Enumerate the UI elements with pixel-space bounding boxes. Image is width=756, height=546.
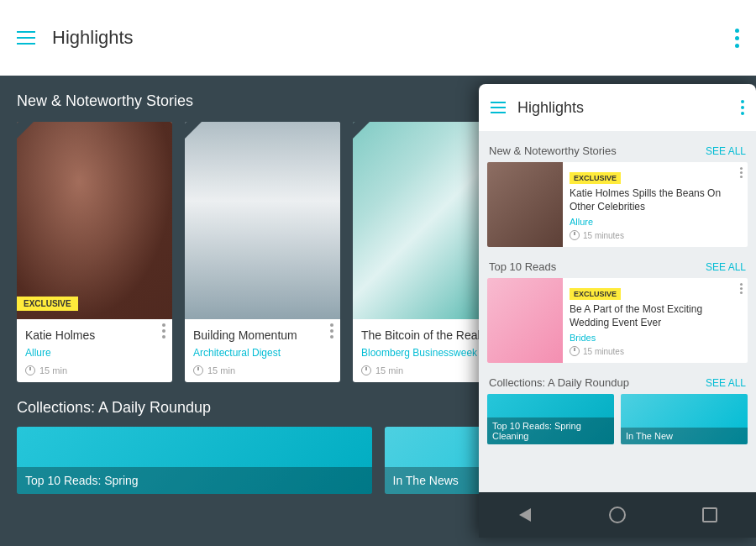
building-photo [185, 122, 340, 319]
phone-card-source-katie[interactable]: Allure [570, 217, 741, 227]
phone-time-text-katie: 15 minutes [583, 231, 624, 240]
phone-exclusive-badge-katie: EXCLUSIVE [570, 172, 621, 184]
phone-card-time-katie: 15 minutes [570, 230, 741, 240]
card-time-text-building: 15 min [207, 365, 235, 375]
phone-section2-title: Top 10 Reads [489, 260, 556, 273]
card-source-building[interactable]: Architectural Digest [193, 347, 332, 359]
phone-card-title-katie: Katie Holmes Spills the Beans On Other C… [570, 187, 741, 213]
phone-app-bar: Highlights [479, 84, 756, 131]
card-title-katie: Katie Holmes [25, 328, 164, 343]
card-more-building[interactable] [330, 323, 333, 339]
phone-card-body-katie: EXCLUSIVE Katie Holmes Spills the Beans … [563, 162, 748, 247]
card-body-katie: Katie Holmes Allure 15 min [17, 319, 172, 382]
phone-section2-see-all[interactable]: SEE ALL [706, 261, 746, 273]
phone-section1-title: New & Noteworthy Stories [489, 144, 617, 157]
phone-exclusive-badge-wedding: EXCLUSIVE [570, 288, 621, 300]
phone-collection-news[interactable]: In The New [621, 394, 748, 444]
phone-section2-header: Top 10 Reads SEE ALL [479, 255, 756, 278]
phone-card-time-wedding: 15 minutes [570, 346, 741, 356]
phone-menu-button[interactable] [491, 102, 506, 113]
phone-card-more-wedding[interactable] [740, 283, 743, 294]
phone-content: New & Noteworthy Stories SEE ALL EXCLUSI… [479, 131, 756, 492]
card-image-katie: EXCLUSIVE [17, 122, 172, 319]
nav-back-icon [519, 508, 531, 522]
phone-card-source-wedding[interactable]: Brides [570, 333, 741, 343]
phone-more-button[interactable] [741, 100, 744, 115]
collection-top10[interactable]: Top 10 Reads: Spring [17, 427, 372, 494]
phone-card-wedding[interactable]: EXCLUSIVE Be A Part of the Most Exciting… [487, 278, 748, 363]
phone-card-title-wedding: Be A Part of the Most Exciting Wedding E… [570, 303, 741, 329]
katie-photo [17, 122, 172, 319]
phone-overlay: Highlights New & Noteworthy Stories SEE … [479, 84, 756, 538]
card-title-building: Building Momentum [193, 328, 332, 343]
phone-coll-label-spring: Top 10 Reads: Spring Cleaning [487, 417, 614, 444]
phone-card-image-wedding [487, 278, 563, 363]
phone-app-title: Highlights [517, 99, 741, 117]
phone-section1-header: New & Noteworthy Stories SEE ALL [479, 139, 756, 162]
phone-katie-photo [487, 162, 563, 247]
phone-wedding-photo [487, 278, 563, 363]
more-options-button[interactable] [735, 29, 739, 48]
clock-icon-katie [25, 365, 35, 375]
card-building[interactable]: Building Momentum Architectural Digest 1… [185, 122, 340, 382]
nav-recent-button[interactable] [697, 502, 722, 528]
app-title: Highlights [52, 27, 735, 49]
phone-coll-label-news: In The New [621, 428, 748, 444]
phone-card-katie[interactable]: EXCLUSIVE Katie Holmes Spills the Beans … [487, 162, 748, 247]
card-time-katie: 15 min [25, 365, 164, 375]
card-time-text-katie: 15 min [39, 365, 67, 375]
nav-back-button[interactable] [512, 502, 538, 528]
phone-clock-katie [570, 230, 580, 240]
phone-collection-spring[interactable]: Top 10 Reads: Spring Cleaning [487, 394, 614, 444]
phone-card-body-wedding: EXCLUSIVE Be A Part of the Most Exciting… [563, 278, 748, 363]
card-katie-holmes[interactable]: EXCLUSIVE Katie Holmes Allure 15 min [17, 122, 172, 382]
collection-label-top10: Top 10 Reads: Spring [17, 467, 372, 494]
card-time-building: 15 min [193, 365, 332, 375]
card-more-katie[interactable] [162, 323, 165, 339]
clock-icon-building [193, 365, 203, 375]
card-time-text-bitcoin: 15 min [375, 365, 403, 375]
nav-home-icon [609, 507, 626, 523]
card-image-building [185, 122, 340, 319]
phone-card-image-katie [487, 162, 563, 247]
exclusive-badge: EXCLUSIVE [17, 297, 78, 311]
phone-section3-header: Collections: A Daily Roundup SEE ALL [479, 371, 756, 394]
nav-home-button[interactable] [605, 502, 630, 528]
app-bar: Highlights [0, 0, 756, 76]
phone-time-text-wedding: 15 minutes [583, 347, 624, 356]
nav-recent-icon [702, 507, 717, 522]
menu-button[interactable] [17, 31, 35, 45]
phone-collections-row: Top 10 Reads: Spring Cleaning In The New [479, 394, 756, 444]
phone-clock-wedding [570, 346, 580, 356]
phone-section3-see-all[interactable]: SEE ALL [706, 377, 746, 389]
card-body-building: Building Momentum Architectural Digest 1… [185, 319, 340, 382]
phone-section3-title: Collections: A Daily Roundup [489, 376, 629, 389]
clock-icon-bitcoin [361, 365, 371, 375]
phone-nav-bar [479, 492, 756, 538]
card-source-katie[interactable]: Allure [25, 347, 164, 359]
phone-section1-see-all[interactable]: SEE ALL [706, 145, 746, 157]
phone-card-more-katie[interactable] [740, 167, 743, 178]
